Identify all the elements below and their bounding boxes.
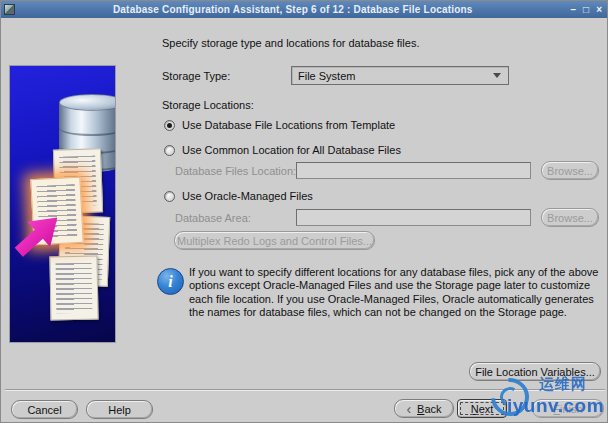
storage-type-value: File System: [298, 70, 493, 82]
window-title: Database Configuration Assistant, Step 6…: [15, 4, 571, 15]
info-text: If you want to specify different locatio…: [189, 266, 603, 320]
radio-button-selected-icon: [164, 120, 175, 131]
back-button[interactable]: ‹ Back: [394, 399, 454, 418]
storage-type-label: Storage Type:: [162, 70, 230, 82]
radio-use-template[interactable]: Use Database File Locations from Templat…: [164, 119, 395, 131]
page-instruction: Specify storage type and locations for d…: [162, 37, 419, 49]
app-icon: [4, 4, 15, 15]
chevron-left-icon: ‹: [406, 404, 411, 414]
database-area-label: Database Area:: [175, 212, 251, 224]
browse-files-location-button[interactable]: Browse...: [541, 161, 599, 180]
cancel-button[interactable]: Cancel: [11, 400, 78, 419]
database-area-input[interactable]: [296, 209, 531, 226]
database-files-location-label: Database Files Location:: [175, 165, 296, 177]
multiplex-redo-logs-button[interactable]: Multiplex Redo Logs and Control Files...: [174, 231, 375, 250]
radio-common-location[interactable]: Use Common Location for All Database Fil…: [164, 144, 401, 156]
info-icon: i: [157, 268, 184, 295]
storage-locations-label: Storage Locations:: [162, 99, 254, 111]
dbca-window: Database Configuration Assistant, Step 6…: [0, 0, 608, 423]
radio-button-icon: [164, 145, 175, 156]
footer-separator: [5, 389, 605, 391]
close-icon[interactable]: ×: [596, 4, 602, 15]
minimize-icon[interactable]: –: [571, 4, 577, 15]
database-files-location-input[interactable]: [296, 162, 531, 179]
radio-oracle-managed[interactable]: Use Oracle-Managed Files: [164, 190, 313, 202]
finish-button[interactable]: Finish: [532, 399, 604, 418]
maximize-icon[interactable]: □: [583, 4, 589, 15]
next-button[interactable]: Next: [457, 399, 507, 418]
browse-database-area-button[interactable]: Browse...: [541, 208, 599, 227]
help-button[interactable]: Help: [86, 400, 153, 419]
storage-type-select[interactable]: File System: [291, 66, 509, 85]
file-location-variables-button[interactable]: File Location Variables...: [469, 362, 601, 381]
document-icon: [49, 256, 98, 321]
chevron-down-icon: [493, 73, 501, 78]
radio-button-icon: [164, 191, 175, 202]
window-controls: – □ ×: [571, 4, 602, 15]
wizard-graphic: [9, 65, 116, 343]
dialog-body: Specify storage type and locations for d…: [1, 18, 608, 423]
titlebar: Database Configuration Assistant, Step 6…: [1, 1, 608, 18]
